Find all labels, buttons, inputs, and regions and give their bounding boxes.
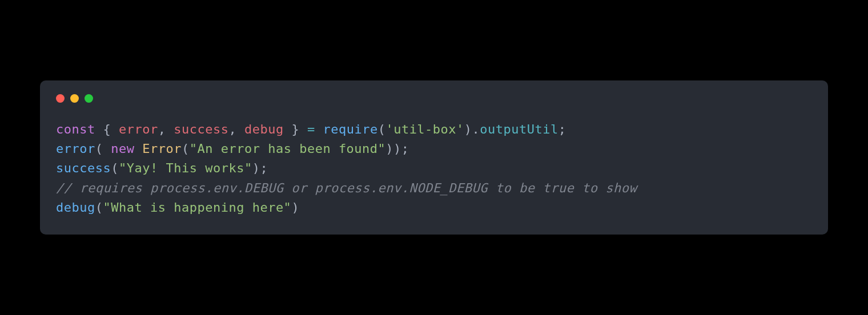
code-token: // requires process.env.DEBUG or process… (56, 181, 637, 195)
code-token: new (111, 142, 134, 156)
code-token: debug (244, 122, 284, 136)
code-token: 'util-box' (385, 122, 464, 136)
code-token: , (158, 122, 174, 136)
code-token: const (56, 122, 95, 136)
code-token: "Yay! This works" (119, 161, 252, 175)
minimize-icon[interactable] (70, 94, 79, 103)
zoom-icon[interactable] (85, 94, 93, 103)
code-line: success("Yay! This works"); (56, 159, 812, 178)
code-token: error (119, 122, 158, 136)
window-titlebar (56, 92, 812, 120)
code-line: debug("What is happening here") (56, 198, 812, 217)
code-token: debug (56, 200, 95, 215)
code-token: ( (95, 142, 111, 156)
code-line: // requires process.env.DEBUG or process… (56, 179, 812, 198)
code-token: )); (385, 142, 409, 156)
code-line: error( new Error("An error has been foun… (56, 139, 812, 159)
code-token: ( (111, 161, 119, 175)
code-token: , (228, 122, 244, 136)
code-token: "An error has been found" (190, 142, 386, 156)
code-token: ) (291, 200, 299, 215)
code-token (315, 122, 323, 136)
code-token: "What is happening here" (103, 200, 291, 215)
code-token (134, 142, 142, 156)
code-token: outputUtil (480, 122, 558, 136)
code-token: ). (464, 122, 480, 136)
code-token: ); (252, 161, 268, 175)
code-token: Error (142, 142, 182, 156)
code-token: ( (378, 122, 386, 136)
code-token: ( (182, 142, 190, 156)
code-token: = (307, 122, 315, 136)
code-token: ; (558, 122, 566, 136)
close-icon[interactable] (56, 94, 65, 103)
code-token: } (284, 122, 307, 136)
code-token: { (103, 122, 119, 136)
code-token: error (56, 142, 95, 156)
code-line: const { error, success, debug } = requir… (56, 120, 812, 139)
code-window: const { error, success, debug } = requir… (40, 80, 828, 234)
code-block: const { error, success, debug } = requir… (56, 120, 812, 217)
code-token (95, 122, 103, 136)
code-token: ( (95, 200, 103, 215)
code-token: success (56, 161, 111, 175)
code-token: success (174, 122, 228, 136)
code-token: require (323, 122, 377, 136)
